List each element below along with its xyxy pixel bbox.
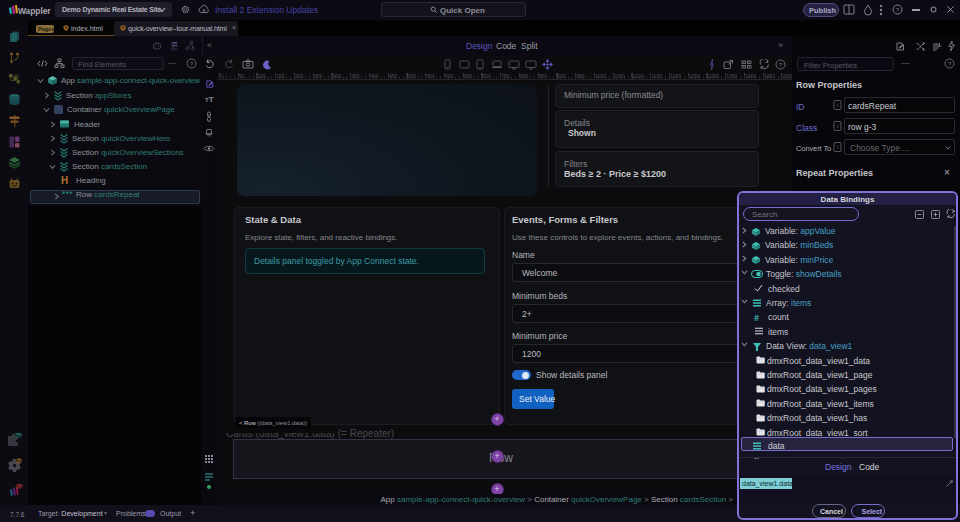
- svg-text:750: 750: [501, 73, 510, 79]
- svg-text:i: i: [837, 123, 839, 129]
- svg-text:800: 800: [520, 73, 529, 79]
- svg-text:Beta: Beta: [14, 434, 22, 438]
- svg-text:1000: 1000: [595, 73, 606, 79]
- svg-text:300: 300: [333, 73, 342, 79]
- svg-text:900: 900: [558, 73, 567, 79]
- svg-text:700: 700: [483, 73, 492, 79]
- svg-text:1500: 1500: [783, 73, 793, 79]
- svg-text:1300: 1300: [708, 73, 719, 79]
- svg-text:1050: 1050: [614, 73, 625, 79]
- svg-text:1450: 1450: [764, 73, 775, 79]
- svg-text:?: ?: [896, 7, 899, 13]
- svg-text:i: i: [837, 102, 839, 108]
- svg-text:?: ?: [948, 61, 951, 67]
- svg-text:i: i: [837, 144, 839, 150]
- svg-text:Pro: Pro: [16, 485, 22, 489]
- svg-text:500: 500: [408, 73, 417, 79]
- svg-text:150: 150: [276, 73, 285, 79]
- svg-text:1200: 1200: [670, 73, 681, 79]
- svg-text:550: 550: [426, 73, 435, 79]
- svg-text:250: 250: [314, 73, 323, 79]
- svg-text:1250: 1250: [689, 73, 700, 79]
- svg-text:?: ?: [779, 62, 782, 68]
- svg-text:50: 50: [239, 73, 245, 79]
- svg-text:350: 350: [351, 73, 360, 79]
- svg-text:650: 650: [464, 73, 473, 79]
- svg-text:600: 600: [445, 73, 454, 79]
- svg-text:450: 450: [389, 73, 398, 79]
- svg-text:Exp: Exp: [16, 459, 22, 463]
- svg-text:1100: 1100: [633, 73, 644, 79]
- svg-text:200: 200: [295, 73, 304, 79]
- svg-text:950: 950: [576, 73, 585, 79]
- svg-text:1400: 1400: [745, 73, 756, 79]
- svg-text:1150: 1150: [651, 73, 662, 79]
- svg-text:100: 100: [258, 73, 267, 79]
- svg-text:400: 400: [370, 73, 379, 79]
- svg-text:?: ?: [190, 61, 193, 67]
- svg-text:0: 0: [220, 73, 223, 79]
- svg-text:1350: 1350: [726, 73, 737, 79]
- svg-text:850: 850: [539, 73, 548, 79]
